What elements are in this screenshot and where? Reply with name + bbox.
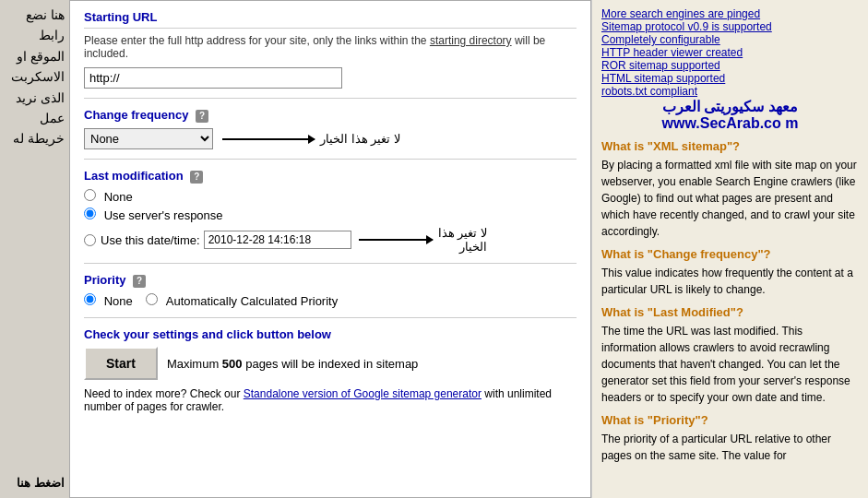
priority-auto-label: Automatically Calculated Priority [166, 294, 338, 308]
priority-rp-title: What is "Priority"? [601, 413, 859, 427]
last-mod-annotation: لا تغير هذاالخيار [359, 226, 487, 254]
center-panel: Starting URL Please enter the full http … [69, 0, 591, 498]
priority-none-label: None [104, 294, 133, 308]
xml-sitemap-title: What is "XML sitemap"? [601, 139, 859, 153]
starting-dir-underline: starting directory [430, 34, 512, 47]
last-mod-rp-title: What is "Last Modified"? [601, 305, 859, 319]
last-mod-date-label: Use this date/time: [101, 233, 200, 247]
main-wrapper: Starting URL Please enter the full http … [69, 0, 868, 498]
left-sidebar: هنا نضع رابط الموقع او الاسكربت الذى نري… [0, 0, 69, 498]
change-freq-arrow [222, 138, 315, 140]
last-mod-none: None [84, 189, 577, 204]
rp-link-ror[interactable]: ROR sitemap supported [601, 59, 720, 72]
submit-section: Check your settings and click button bel… [84, 327, 577, 380]
priority-rp-body: The priority of a particular URL relativ… [601, 431, 859, 464]
change-freq-rp-body: This value indicates how frequently the … [601, 265, 859, 298]
rp-link-robots[interactable]: robots.txt compliant [601, 85, 697, 98]
change-frequency-section: Change frequency ? None Always Hourly Da… [84, 108, 577, 149]
rp-link-header-created[interactable]: HTTP header viewer created [601, 46, 743, 59]
submit-title: Check your settings and click button bel… [84, 327, 577, 341]
priority-radio-row: None Automatically Calculated Priority [84, 293, 577, 308]
change-freq-rp-title: What is "Change frequency"? [601, 247, 859, 261]
rp-link-configurable[interactable]: Completely configurable [601, 33, 720, 46]
sidebar-bottom-text: اضغط هنا [5, 474, 65, 493]
brand-text: معهد سكيوريتى العرب www.SecArab.co m [601, 98, 859, 132]
sidebar-arabic-top: هنا نضع رابط الموقع او الاسكربت الذى نري… [11, 7, 65, 146]
last-mod-help-icon[interactable]: ? [190, 171, 203, 184]
brand-url: www.SecArab.co m [662, 115, 799, 131]
change-frequency-select[interactable]: None Always Hourly Daily Weekly Monthly … [84, 128, 213, 149]
change-frequency-title: Change frequency ? [84, 108, 577, 123]
last-mod-none-radio[interactable] [84, 189, 96, 201]
change-frequency-annotation: لا تغير هذا الخيار [222, 132, 400, 146]
max-pages-text: Maximum 500 pages will be indexed in sit… [167, 357, 418, 371]
priority-none-radio[interactable] [84, 293, 96, 305]
xml-sitemap-body: By placing a formatted xml file with sit… [601, 157, 859, 240]
last-mod-date-row: Use this date/time: لا تغير هذاالخيار [84, 226, 577, 254]
priority-section: Priority ? None Automatically Calculated… [84, 273, 577, 308]
submit-row: Start Maximum 500 pages will be indexed … [84, 347, 577, 380]
rp-link-sitemap-protocol[interactable]: Sitemap protocol v0.9 is supported [601, 20, 772, 33]
standalone-link[interactable]: Standalone version of Google sitemap gen… [244, 387, 482, 400]
change-frequency-help-icon[interactable]: ? [196, 110, 208, 123]
last-mod-arrow [359, 239, 433, 241]
rp-link-search-engines[interactable]: More search engines are pinged [601, 7, 760, 20]
change-freq-note-text: لا تغير هذا الخيار [320, 132, 400, 146]
right-panel-links: More search engines are pinged Sitemap p… [601, 7, 859, 98]
priority-auto-radio[interactable] [146, 293, 158, 305]
last-mod-server-label: Use server's response [104, 208, 223, 222]
url-input[interactable] [84, 67, 342, 89]
last-mod-date-radio[interactable] [84, 234, 96, 246]
footer-text1: Need to index more? Check our [84, 387, 240, 400]
last-mod-rp-body: The time the URL was last modified. This… [601, 323, 859, 406]
rp-link-html[interactable]: HTML sitemap supported [601, 72, 725, 85]
right-panel: More search engines are pinged Sitemap p… [591, 0, 868, 498]
last-modification-title: Last modification ? [84, 169, 577, 184]
change-frequency-row: None Always Hourly Daily Weekly Monthly … [84, 128, 577, 149]
last-mod-date-input[interactable] [204, 231, 351, 249]
last-mod-server: Use server's response [84, 208, 577, 222]
last-mod-server-radio[interactable] [84, 208, 96, 219]
starting-url-description: Please enter the full http address for y… [84, 34, 577, 60]
brand-secarab: معهد سكيوريتى العرب [662, 99, 798, 114]
sidebar-arabic-bottom: اضغط هنا [17, 476, 65, 490]
footer-section: Need to index more? Check our Standalone… [84, 387, 577, 413]
start-button[interactable]: Start [84, 347, 158, 380]
starting-url-title: Starting URL [84, 10, 577, 29]
priority-help-icon[interactable]: ? [133, 275, 146, 288]
last-mod-none-label: None [104, 190, 133, 204]
arrow-head [308, 135, 315, 144]
last-modification-section: Last modification ? None Use server's re… [84, 169, 577, 254]
last-mod-note-text: لا تغير هذاالخيار [438, 226, 487, 254]
last-mod-arrow-head [426, 235, 434, 244]
priority-title: Priority ? [84, 273, 577, 288]
sidebar-top-text: هنا نضع رابط الموقع او الاسكربت الذى نري… [5, 5, 65, 149]
